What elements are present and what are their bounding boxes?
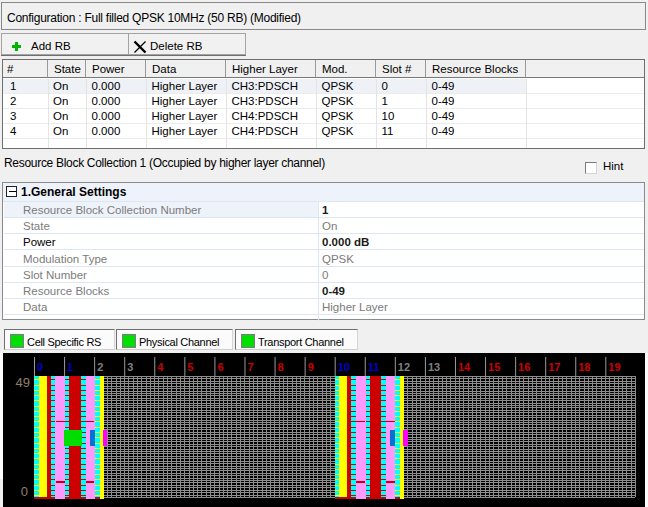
- svg-text:11: 11: [368, 361, 380, 373]
- svg-text:2: 2: [97, 361, 103, 373]
- svg-text:3: 3: [127, 361, 133, 373]
- svg-text:1: 1: [67, 361, 73, 373]
- svg-text:9: 9: [308, 361, 314, 373]
- svg-text:16: 16: [518, 361, 530, 373]
- svg-text:18: 18: [578, 361, 590, 373]
- svg-text:49: 49: [16, 375, 30, 390]
- svg-text:14: 14: [458, 361, 471, 373]
- svg-text:12: 12: [398, 361, 410, 373]
- svg-text:0: 0: [37, 361, 43, 373]
- svg-text:15: 15: [488, 361, 500, 373]
- svg-text:7: 7: [247, 361, 253, 373]
- svg-text:5: 5: [187, 361, 193, 373]
- svg-text:0: 0: [21, 484, 28, 499]
- svg-text:6: 6: [217, 361, 223, 373]
- svg-text:19: 19: [608, 361, 620, 373]
- svg-text:17: 17: [548, 361, 560, 373]
- svg-text:4: 4: [157, 361, 164, 373]
- svg-text:13: 13: [428, 361, 440, 373]
- svg-text:8: 8: [278, 361, 284, 373]
- svg-text:10: 10: [338, 361, 350, 373]
